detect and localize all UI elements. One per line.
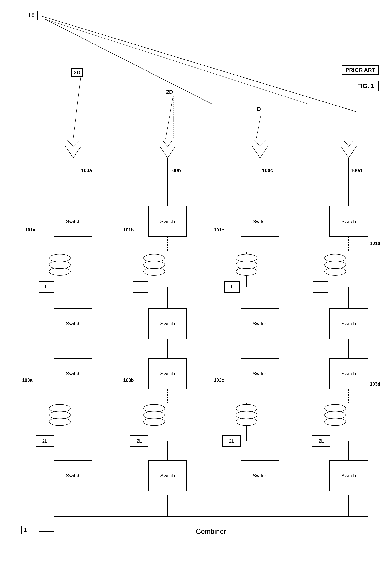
l-box-d: L	[313, 281, 328, 293]
svg-line-12	[68, 141, 73, 146]
l2-box-c: 2L	[222, 435, 241, 447]
l-box-c: L	[224, 281, 240, 293]
l2-box-d: 2L	[312, 435, 330, 447]
svg-point-102	[324, 418, 346, 426]
svg-line-13	[73, 141, 79, 146]
svg-point-92	[144, 418, 165, 426]
svg-point-61	[49, 254, 70, 262]
switch-1c: Switch	[241, 206, 279, 237]
svg-point-72	[236, 261, 257, 269]
l-box-a: L	[38, 281, 54, 293]
svg-line-25	[341, 146, 349, 158]
svg-line-21	[260, 146, 268, 158]
svg-line-20	[252, 146, 260, 158]
ref-103c: 103c	[214, 378, 224, 383]
switch-4b: Switch	[148, 460, 187, 491]
switch-4d: Switch	[330, 460, 368, 491]
svg-line-26	[349, 146, 356, 158]
l2-box-a: 2L	[36, 435, 54, 447]
svg-point-101	[324, 411, 346, 419]
prior-art-label: PRIOR ART	[342, 65, 378, 75]
switch-1d: Switch	[330, 206, 368, 237]
svg-line-27	[344, 141, 349, 146]
svg-line-10	[66, 146, 73, 158]
combiner: Combiner	[54, 516, 368, 547]
ref-100a: 100a	[81, 167, 92, 173]
ref-103d: 103d	[370, 381, 380, 387]
switch-3d: Switch	[330, 358, 368, 389]
ref-100c: 100c	[262, 167, 273, 173]
switch-3a: Switch	[54, 358, 92, 389]
svg-point-95	[236, 404, 257, 412]
svg-point-77	[324, 261, 346, 269]
svg-point-73	[236, 268, 257, 275]
svg-line-11	[73, 146, 81, 158]
ref-101a: 101a	[25, 227, 35, 233]
svg-point-68	[144, 268, 165, 275]
ref-101c: 101c	[214, 227, 224, 233]
svg-point-67	[144, 261, 165, 269]
svg-line-3	[73, 75, 81, 139]
switch-3c: Switch	[241, 358, 279, 389]
switch-1a: Switch	[54, 206, 92, 237]
svg-point-91	[144, 411, 165, 419]
svg-line-16	[168, 146, 175, 158]
svg-point-85	[49, 404, 70, 412]
switch-2c: Switch	[241, 308, 279, 339]
svg-point-97	[236, 418, 257, 426]
svg-point-71	[236, 254, 257, 262]
svg-line-15	[160, 146, 168, 158]
svg-point-96	[236, 411, 257, 419]
svg-point-90	[144, 404, 165, 412]
svg-line-17	[163, 141, 168, 146]
svg-point-78	[324, 268, 346, 275]
svg-line-1	[45, 19, 308, 104]
svg-point-100	[324, 404, 346, 412]
node-d-label: D	[255, 105, 263, 113]
svg-line-0	[45, 19, 212, 104]
svg-point-76	[324, 254, 346, 262]
ref-100b: 100b	[170, 167, 181, 173]
switch-2a: Switch	[54, 308, 92, 339]
ref-103a: 103a	[22, 378, 32, 383]
ref-100d: 100d	[350, 167, 362, 173]
node-2d-label: 2D	[164, 88, 175, 96]
svg-point-62	[49, 261, 70, 269]
svg-point-87	[49, 418, 70, 426]
node-3d-label: 3D	[71, 68, 83, 77]
switch-2b: Switch	[148, 308, 187, 339]
l2-box-b: 2L	[130, 435, 148, 447]
diagram-svg	[0, 0, 392, 587]
switch-1b: Switch	[148, 206, 187, 237]
ref-101d: 101d	[370, 241, 380, 246]
node-1-label: 1	[21, 526, 29, 535]
svg-point-86	[49, 411, 70, 419]
ref-103b: 103b	[123, 378, 134, 383]
svg-line-28	[349, 141, 354, 146]
svg-point-66	[144, 254, 165, 262]
fig1-label: FIG. 1	[353, 81, 378, 91]
ref-101b: 101b	[123, 227, 134, 233]
svg-line-23	[260, 141, 266, 146]
svg-point-63	[49, 268, 70, 275]
node-10-label: 10	[25, 10, 38, 20]
svg-line-2	[42, 16, 356, 112]
switch-2d: Switch	[330, 308, 368, 339]
svg-line-7	[256, 110, 262, 139]
switch-4c: Switch	[241, 460, 279, 491]
diagram: 10 3D 2D D PRIOR ART FIG. 1 100a 100b 10…	[0, 0, 392, 587]
svg-line-5	[166, 94, 173, 139]
svg-line-22	[254, 141, 260, 146]
switch-4a: Switch	[54, 460, 92, 491]
l-box-b: L	[133, 281, 148, 293]
svg-line-18	[168, 141, 172, 146]
switch-3b: Switch	[148, 358, 187, 389]
